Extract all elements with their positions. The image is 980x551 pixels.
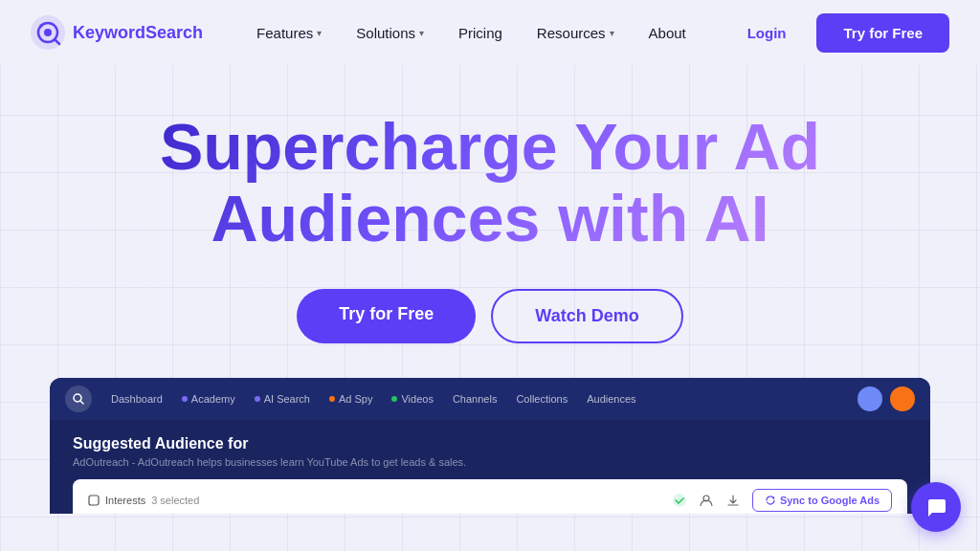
hero-buttons: Try for Free Watch Demo — [19, 289, 961, 343]
svg-line-6 — [80, 401, 83, 404]
app-nav-items: Dashboard Academy AI Search Ad Spy Video… — [111, 393, 838, 405]
login-button[interactable]: Login — [732, 17, 802, 49]
app-search-icon — [65, 386, 92, 412]
app-content-title: Suggested Audience for — [73, 435, 907, 452]
hero-section: Supercharge Your Ad Audiences with AI Tr… — [0, 65, 980, 378]
navbar: KeywordSearch Features ▾ Solutions ▾ Pri… — [0, 0, 980, 65]
chevron-down-icon: ▾ — [317, 28, 322, 38]
hero-watch-demo-button[interactable]: Watch Demo — [491, 289, 682, 343]
app-nav-ai-search[interactable]: AI Search — [255, 393, 310, 405]
nav-pricing[interactable]: Pricing — [443, 17, 518, 49]
checkmark-icon — [672, 493, 687, 508]
app-nav-ad-spy[interactable]: Ad Spy — [329, 393, 372, 405]
logo-text: KeywordSearch — [73, 23, 203, 43]
logo[interactable]: KeywordSearch — [31, 15, 203, 50]
app-content-subtitle: AdOutreach - AdOutreach helps businesses… — [73, 456, 907, 468]
app-nav-audiences[interactable]: Audiences — [587, 393, 635, 405]
hero-try-free-button[interactable]: Try for Free — [297, 289, 476, 343]
nav-solutions[interactable]: Solutions ▾ — [341, 17, 439, 49]
app-topbar: Dashboard Academy AI Search Ad Spy Video… — [50, 378, 930, 420]
nav-right: Login Try for Free — [732, 13, 949, 53]
nav-try-free-button[interactable]: Try for Free — [816, 13, 949, 53]
svg-point-4 — [39, 24, 43, 28]
app-nav-dot — [182, 396, 188, 402]
app-card: Interests 3 selected — [73, 479, 907, 514]
app-content: Suggested Audience for AdOutreach - AdOu… — [50, 420, 930, 514]
app-avatars — [858, 386, 915, 411]
app-nav-academy[interactable]: Academy — [182, 393, 235, 405]
app-nav-channels[interactable]: Channels — [453, 393, 497, 405]
avatar — [890, 386, 915, 411]
chat-icon — [924, 496, 947, 518]
app-card-actions: Sync to Google Ads — [672, 489, 892, 512]
nav-features[interactable]: Features ▾ — [241, 17, 337, 49]
app-nav-dot — [255, 396, 260, 402]
avatar — [858, 386, 882, 411]
sync-to-google-ads-button[interactable]: Sync to Google Ads — [752, 489, 892, 512]
sync-icon — [765, 495, 776, 506]
app-card-tag: Interests 3 selected — [88, 495, 199, 506]
chevron-down-icon: ▾ — [610, 28, 614, 38]
app-preview: Dashboard Academy AI Search Ad Spy Video… — [50, 378, 930, 514]
chat-button[interactable] — [911, 482, 961, 532]
chevron-down-icon: ▾ — [419, 28, 424, 38]
svg-point-8 — [673, 494, 686, 507]
download-icon — [725, 493, 741, 508]
nav-resources[interactable]: Resources ▾ — [522, 17, 630, 49]
app-nav-dashboard[interactable]: Dashboard — [111, 393, 163, 405]
app-nav-collections[interactable]: Collections — [516, 393, 568, 405]
app-nav-videos[interactable]: Videos — [391, 393, 433, 405]
nav-about[interactable]: About — [634, 17, 702, 49]
app-nav-dot — [391, 396, 397, 402]
nav-links: Features ▾ Solutions ▾ Pricing Resources… — [241, 17, 732, 49]
person-icon — [699, 493, 714, 508]
svg-rect-7 — [89, 496, 99, 505]
app-nav-dot — [329, 396, 335, 402]
svg-point-2 — [44, 29, 52, 36]
logo-icon — [31, 15, 65, 50]
hero-title: Supercharge Your Ad Audiences with AI — [155, 111, 825, 254]
